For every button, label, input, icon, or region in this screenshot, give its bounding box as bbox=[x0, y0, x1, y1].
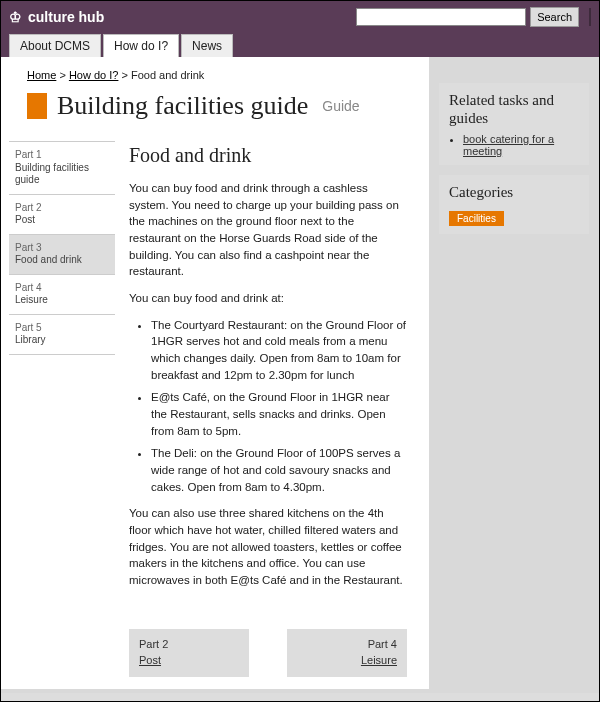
list-item: The Deli: on the Ground Floor of 100PS s… bbox=[151, 445, 407, 495]
tab-about-dcms[interactable]: About DCMS bbox=[9, 34, 101, 57]
site-brand: ♔ culture hub bbox=[9, 9, 104, 25]
list-item: E@ts Café, on the Ground Floor in 1HGR n… bbox=[151, 389, 407, 439]
pager-prev[interactable]: Part 2 Post bbox=[129, 629, 249, 677]
breadcrumb-link-home[interactable]: Home bbox=[27, 69, 56, 81]
site-title: culture hub bbox=[28, 9, 104, 25]
categories-heading: Categories bbox=[449, 183, 579, 201]
search-input[interactable] bbox=[356, 8, 526, 26]
header-divider bbox=[589, 8, 591, 26]
related-heading: Related tasks and guides bbox=[449, 91, 579, 127]
article-paragraph: You can also use three shared kitchens o… bbox=[129, 505, 407, 588]
search-form: Search bbox=[356, 7, 591, 27]
page-title-meta: Guide bbox=[322, 98, 359, 114]
part-link-5[interactable]: Part 5Library bbox=[9, 314, 115, 355]
related-link[interactable]: book catering for a meeting bbox=[463, 133, 554, 157]
pager-next[interactable]: Part 4 Leisure bbox=[287, 629, 407, 677]
breadcrumb-current: Food and drink bbox=[131, 69, 204, 81]
category-tag[interactable]: Facilities bbox=[449, 211, 504, 226]
crown-icon: ♔ bbox=[9, 9, 22, 25]
search-button[interactable]: Search bbox=[530, 7, 579, 27]
article-body: Food and drink You can buy food and drin… bbox=[125, 141, 417, 689]
primary-tabs: About DCMS How do I? News bbox=[1, 33, 599, 57]
site-header: ♔ culture hub Search bbox=[1, 1, 599, 33]
page-title: Building facilities guide bbox=[57, 91, 308, 121]
article-list: The Courtyard Restaurant: on the Ground … bbox=[151, 317, 407, 496]
part-link-4[interactable]: Part 4Leisure bbox=[9, 274, 115, 314]
pager-prev-link[interactable]: Post bbox=[139, 654, 161, 666]
tab-how-do-i[interactable]: How do I? bbox=[103, 34, 179, 57]
parts-nav: Part 1Building facilities guide Part 2Po… bbox=[9, 141, 115, 689]
sidebar: Related tasks and guides book catering f… bbox=[439, 57, 589, 689]
part-link-2[interactable]: Part 2Post bbox=[9, 194, 115, 234]
part-link-3[interactable]: Part 3Food and drink bbox=[9, 234, 115, 274]
categories-box: Categories Facilities bbox=[439, 175, 589, 234]
pager-next-link[interactable]: Leisure bbox=[361, 654, 397, 666]
article-heading: Food and drink bbox=[129, 141, 407, 170]
page-body: Home > How do I? > Food and drink Buildi… bbox=[1, 57, 599, 702]
page-footer: Is something wrong with this page? Acces… bbox=[1, 693, 599, 702]
page-title-row: Building facilities guide Guide bbox=[9, 87, 421, 131]
breadcrumb-link-howdoi[interactable]: How do I? bbox=[69, 69, 119, 81]
article-pager: Part 2 Post Part 4 Leisure bbox=[129, 599, 407, 689]
list-item: The Courtyard Restaurant: on the Ground … bbox=[151, 317, 407, 384]
guide-icon bbox=[27, 93, 47, 119]
app-frame: ♔ culture hub Search About DCMS How do I… bbox=[0, 0, 600, 702]
article-paragraph: You can buy food and drink at: bbox=[129, 290, 407, 307]
related-box: Related tasks and guides book catering f… bbox=[439, 83, 589, 165]
article-paragraph: You can buy food and drink through a cas… bbox=[129, 180, 407, 280]
main-column: Home > How do I? > Food and drink Buildi… bbox=[1, 57, 429, 689]
tab-news[interactable]: News bbox=[181, 34, 233, 57]
breadcrumb: Home > How do I? > Food and drink bbox=[9, 65, 421, 87]
part-link-1[interactable]: Part 1Building facilities guide bbox=[9, 141, 115, 194]
